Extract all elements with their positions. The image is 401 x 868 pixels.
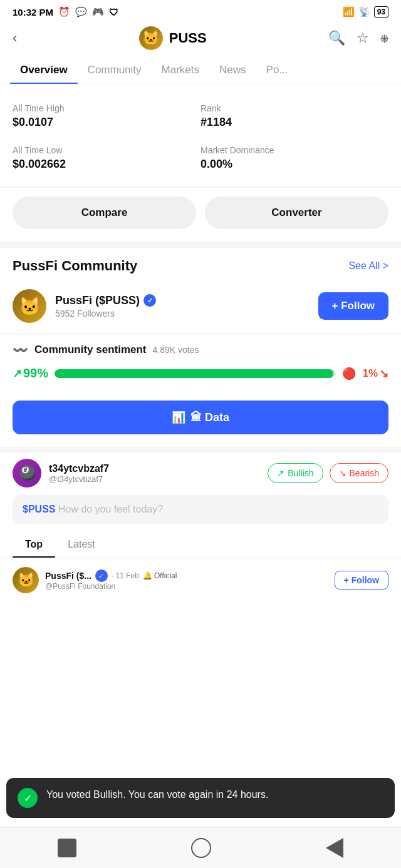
stat-all-time-low: All Time Low $0.002662 (13, 139, 200, 181)
community-section-title: PussFi Community (13, 258, 137, 274)
post-author-avatar: 🐱 (13, 567, 39, 593)
tab-top[interactable]: Top (13, 533, 55, 558)
verified-badge: ✓ (143, 294, 156, 307)
user-row: 🎱 t34ytcvbzaf7 @t34ytcvbzaf7 ↗ Bullish ↘… (13, 459, 388, 488)
sentiment-icon: 〰️ (13, 342, 28, 357)
tabs-bottom: Top Latest (0, 533, 401, 558)
sentiment-bar-fill (55, 369, 333, 378)
bullish-percentage: ↗ 99% (13, 366, 48, 380)
action-buttons-row: Compare Converter (0, 188, 401, 242)
signal-icon: 📶 (343, 6, 355, 18)
bottom-nav (0, 827, 401, 868)
compare-button[interactable]: Compare (13, 197, 196, 229)
sentiment-section: 〰️ Community sentiment 4.89K votes ↗ 99%… (0, 333, 401, 401)
tab-news[interactable]: News (209, 58, 256, 84)
post-preview-row: 🐱 PussFi ($... ✓ · 11 Feb 🔔 Official @Pu… (13, 567, 388, 593)
stat-market-dominance: Market Dominance 0.00% (200, 139, 388, 181)
community-avatar: 🐱 (13, 289, 46, 323)
coin-title: PUSS (169, 30, 207, 46)
bullish-icon: ↗ (277, 468, 284, 478)
section-divider (0, 242, 401, 248)
bottom-spacer (0, 605, 401, 655)
see-all-button[interactable]: See All > (348, 260, 388, 272)
page-header: ‹ 🐱 PUSS 🔍 ☆ ⎈ (0, 21, 401, 58)
post-preview-left: 🐱 PussFi ($... ✓ · 11 Feb 🔔 Official @Pu… (13, 567, 177, 593)
battery-indicator: 93 (374, 6, 388, 18)
toast-check-icon: ✓ (18, 788, 38, 808)
sentiment-bar (55, 369, 336, 378)
stats-grid: All Time High $0.0107 Rank #1184 All Tim… (0, 84, 401, 188)
wifi-icon: 📡 (358, 6, 370, 18)
bearish-percentage: 1% ↘ (362, 367, 388, 380)
follow-button[interactable]: + Follow (318, 292, 388, 320)
chart-icon: 📊 (172, 411, 185, 424)
post-input-box[interactable]: $PUSS How do you feel today? (13, 495, 388, 524)
vote-actions: ↗ Bullish ↘ Bearish (268, 463, 388, 483)
tab-overview[interactable]: Overview (10, 58, 78, 84)
tab-community[interactable]: Community (78, 58, 152, 84)
tab-markets[interactable]: Markets (152, 58, 209, 84)
post-verified-badge: ✓ (95, 569, 108, 582)
official-badge: 🔔 Official (143, 571, 177, 580)
post-author-name-row: PussFi ($... ✓ · 11 Feb 🔔 Official (45, 569, 177, 582)
tab-latest[interactable]: Latest (55, 533, 108, 558)
divider-2 (0, 447, 401, 452)
bearish-circle-icon: 🔴 (342, 367, 356, 380)
data-button[interactable]: 📊 🏛 Data (13, 401, 388, 434)
community-info: PussFi ($PUSS) ✓ 5952 Followers (55, 294, 310, 319)
vpn-icon: 🛡 (109, 7, 118, 18)
nav-circle-icon (191, 838, 211, 858)
sentiment-bar-row: ↗ 99% 🔴 1% ↘ (13, 366, 388, 380)
coin-avatar: 🐱 (139, 26, 163, 50)
post-follow-button[interactable]: + Follow (335, 571, 388, 590)
toast-message: You voted Bullish. You can vote again in… (46, 788, 268, 802)
alarm-icon: ⏰ (58, 6, 70, 18)
whatsapp-icon: 💬 (75, 6, 87, 18)
nav-tabs: Overview Community Markets News Po... (0, 58, 401, 84)
status-bar: 10:32 PM ⏰ 💬 🎮 🛡 📶 📡 93 (0, 0, 401, 21)
status-time: 10:32 PM (13, 7, 53, 18)
nav-square-button[interactable] (58, 839, 76, 857)
sentiment-header: 〰️ Community sentiment 4.89K votes (13, 342, 388, 357)
bearish-icon: ↘ (339, 468, 346, 478)
nav-triangle-icon (326, 838, 343, 858)
nav-back-button[interactable] (326, 838, 343, 858)
search-icon[interactable]: 🔍 (328, 30, 345, 46)
page-title-row: 🐱 PUSS (139, 26, 207, 50)
user-post-section: 🎱 t34ytcvbzaf7 @t34ytcvbzaf7 ↗ Bullish ↘… (0, 452, 401, 524)
share-icon[interactable]: ⎈ (380, 30, 388, 46)
stat-all-time-high: All Time High $0.0107 (13, 97, 200, 139)
nav-square-icon (58, 839, 76, 857)
stat-rank: Rank #1184 (200, 97, 388, 139)
converter-button[interactable]: Converter (205, 197, 388, 229)
user-info: 🎱 t34ytcvbzaf7 @t34ytcvbzaf7 (13, 459, 109, 488)
bearish-button[interactable]: ↘ Bearish (330, 463, 388, 483)
nav-home-button[interactable] (191, 838, 211, 858)
game-icon: 🎮 (92, 6, 104, 18)
bottom-post-preview: 🐱 PussFi ($... ✓ · 11 Feb 🔔 Official @Pu… (0, 561, 401, 605)
toast-notification: ✓ You voted Bullish. You can vote again … (6, 778, 395, 818)
bullish-button[interactable]: ↗ Bullish (268, 463, 323, 483)
community-section-header: PussFi Community See All > (0, 248, 401, 283)
header-actions: 🔍 ☆ ⎈ (328, 30, 388, 46)
community-followers: 5952 Followers (55, 309, 310, 319)
back-button[interactable]: ‹ (13, 30, 17, 46)
community-name-row: PussFi ($PUSS) ✓ (55, 294, 310, 307)
user-name-block: t34ytcvbzaf7 @t34ytcvbzaf7 (49, 463, 109, 484)
post-input-text: $PUSS How do you feel today? (23, 504, 163, 514)
tab-portfolio[interactable]: Po... (256, 58, 298, 84)
star-icon[interactable]: ☆ (357, 30, 369, 46)
user-avatar: 🎱 (13, 459, 41, 488)
post-author-info: PussFi ($... ✓ · 11 Feb 🔔 Official @Puss… (45, 569, 177, 591)
community-card: 🐱 PussFi ($PUSS) ✓ 5952 Followers + Foll… (0, 283, 401, 333)
